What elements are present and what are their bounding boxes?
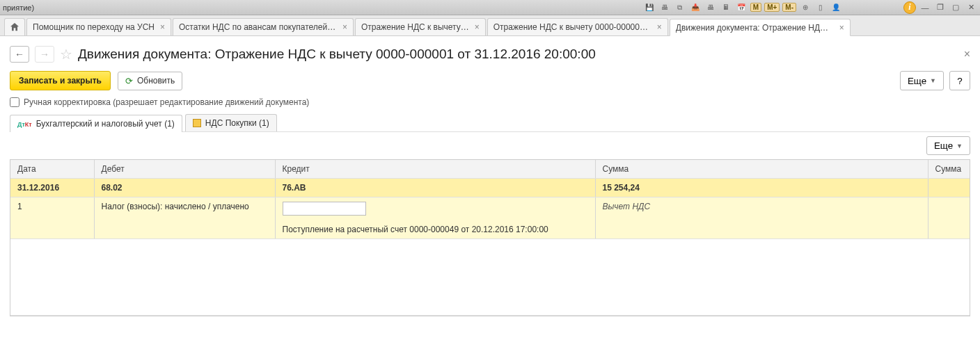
col-sum2[interactable]: Сумма xyxy=(928,160,970,179)
book-icon[interactable]: ▯ xyxy=(814,2,827,13)
calculator-icon[interactable]: 🖩 xyxy=(720,2,732,13)
refresh-button[interactable]: ⟳ Обновить xyxy=(118,72,182,90)
cell-sum-note: Вычет НДС xyxy=(595,197,928,239)
window-title: приятие) xyxy=(3,3,34,12)
tab-1[interactable]: Остатки НДС по авансам покупателей на 3…… xyxy=(173,18,354,35)
cell-debit-detail: Налог (взносы): начислено / уплачено xyxy=(94,197,275,239)
tab-close-icon[interactable]: × xyxy=(657,22,662,32)
favorite-icon[interactable]: ☆ xyxy=(60,46,72,63)
tab-0[interactable]: Помощник по переходу на УСН× xyxy=(26,18,171,35)
memory-mplus[interactable]: M+ xyxy=(764,3,780,12)
tab-strip: Помощник по переходу на УСН× Остатки НДС… xyxy=(0,15,980,36)
cell-n: 1 xyxy=(10,197,94,239)
print2-icon[interactable]: 🖶 xyxy=(704,2,717,13)
page-header: ← → ☆ Движения документа: Отражение НДС … xyxy=(10,46,970,63)
more-button[interactable]: Еще▼ xyxy=(900,71,944,90)
tab-label: Отражение НДС к вычету… xyxy=(361,22,469,32)
cell-sum2 xyxy=(928,197,970,239)
tab-label: Остатки НДС по авансам покупателей на 3… xyxy=(179,22,337,32)
tab-home[interactable] xyxy=(4,18,25,35)
credit-subconto-input[interactable] xyxy=(283,202,366,216)
document-tabs: ДтКт Бухгалтерский и налоговый учет (1) … xyxy=(10,114,970,132)
chevron-down-icon: ▼ xyxy=(956,143,963,149)
help-label: ? xyxy=(957,76,962,86)
doc-tab-vat[interactable]: НДС Покупки (1) xyxy=(185,114,277,131)
manual-edit-label: Ручная корректировка (разрешает редактир… xyxy=(24,97,309,107)
maximize-icon[interactable]: ▢ xyxy=(949,2,962,13)
sum-note: Вычет НДС xyxy=(603,202,651,211)
tab-label: Отражение НДС к вычету 0000-000001 от 3… xyxy=(493,22,651,32)
cell-date: 31.12.2016 xyxy=(10,179,94,197)
refresh-icon: ⟳ xyxy=(125,76,133,86)
grid-more-button[interactable]: Еще▼ xyxy=(926,136,970,155)
cell-debit: 68.02 xyxy=(94,179,275,197)
system-titlebar: приятие) 💾 🖶 ⧉ 📥 🖶 🖩 📅 M M+ M- ⊕ ▯ 👤 i —… xyxy=(0,0,980,15)
page-title: Движения документа: Отражение НДС к выче… xyxy=(78,47,596,62)
back-button[interactable]: ← xyxy=(10,46,29,63)
doc-tab-accounting[interactable]: ДтКт Бухгалтерский и налоговый учет (1) xyxy=(10,115,182,132)
more-label: Еще xyxy=(908,76,926,86)
calendar-icon[interactable]: 📅 xyxy=(735,2,748,13)
table-row[interactable]: 1 Налог (взносы): начислено / уплачено П… xyxy=(10,197,970,239)
restore-icon[interactable]: ❐ xyxy=(934,2,947,13)
memory-mminus[interactable]: M- xyxy=(782,3,796,12)
credit-sub-label: Поступление на расчетный счет 0000-00004… xyxy=(283,225,548,234)
zoom-in-icon[interactable]: ⊕ xyxy=(799,2,812,13)
tab-2[interactable]: Отражение НДС к вычету…× xyxy=(355,18,486,35)
chevron-down-icon: ▼ xyxy=(930,77,936,84)
cell-sum2 xyxy=(928,179,970,197)
cell-sum: 15 254,24 xyxy=(595,179,928,197)
tab-3[interactable]: Отражение НДС к вычету 0000-000001 от 3…… xyxy=(487,18,668,35)
tab-4[interactable]: Движения документа: Отражение НДС к вы…× xyxy=(670,19,851,36)
tab-label: Движения документа: Отражение НДС к вы… xyxy=(676,23,834,33)
close-icon[interactable]: ✕ xyxy=(965,2,977,13)
copy-icon[interactable]: ⧉ xyxy=(674,2,686,13)
print-icon[interactable]: 🖶 xyxy=(658,2,671,13)
info-icon[interactable]: i xyxy=(903,1,916,14)
cell-credit-detail: Поступление на расчетный счет 0000-00004… xyxy=(275,197,595,239)
doc-tab-label: НДС Покупки (1) xyxy=(205,118,269,128)
cell-credit: 76.АВ xyxy=(275,179,595,197)
col-debit[interactable]: Дебет xyxy=(94,160,275,179)
table-header-row: Дата Дебет Кредит Сумма Сумма xyxy=(10,160,970,179)
tab-close-icon[interactable]: × xyxy=(160,22,165,32)
table-row[interactable]: 31.12.2016 68.02 76.АВ 15 254,24 xyxy=(10,179,970,197)
refresh-label: Обновить xyxy=(137,76,175,86)
accounting-grid: Дата Дебет Кредит Сумма Сумма 31.12.2016… xyxy=(10,159,970,316)
manual-edit-row: Ручная корректировка (разрешает редактир… xyxy=(10,97,970,107)
dt-kt-icon: ДтКт xyxy=(17,119,32,129)
home-icon xyxy=(9,22,20,33)
command-bar: Записать и закрыть ⟳ Обновить Еще▼ ? xyxy=(10,71,970,90)
manual-edit-checkbox[interactable] xyxy=(10,97,19,107)
page-body: ← → ☆ Движения документа: Отражение НДС … xyxy=(0,36,980,322)
table-empty-area xyxy=(10,239,970,316)
page-close-icon[interactable]: × xyxy=(964,48,970,60)
col-credit[interactable]: Кредит xyxy=(275,160,595,179)
forward-button[interactable]: → xyxy=(35,46,54,63)
user-icon[interactable]: 👤 xyxy=(830,2,842,13)
doc-tab-label: Бухгалтерский и налоговый учет (1) xyxy=(36,119,175,129)
tab-label: Помощник по переходу на УСН xyxy=(33,22,155,32)
col-sum[interactable]: Сумма xyxy=(595,160,928,179)
tab-close-icon[interactable]: × xyxy=(342,22,347,32)
help-button[interactable]: ? xyxy=(949,71,970,90)
minimize-icon[interactable]: — xyxy=(919,2,931,13)
more-label: Еще xyxy=(934,140,953,151)
save-icon[interactable]: 💾 xyxy=(643,2,656,13)
titlebar-icons: 💾 🖶 ⧉ 📥 🖶 🖩 📅 M M+ M- ⊕ ▯ 👤 i — ❐ ▢ ✕ xyxy=(643,1,977,14)
tab-close-icon[interactable]: × xyxy=(475,22,480,32)
document-icon xyxy=(193,119,201,127)
col-date[interactable]: Дата xyxy=(10,160,94,179)
compare-icon[interactable]: 📥 xyxy=(689,2,702,13)
tab-close-icon[interactable]: × xyxy=(839,23,844,33)
memory-m[interactable]: M xyxy=(750,3,761,12)
save-and-close-button[interactable]: Записать и закрыть xyxy=(10,71,111,90)
grid-toolbar: Еще▼ xyxy=(10,136,970,155)
